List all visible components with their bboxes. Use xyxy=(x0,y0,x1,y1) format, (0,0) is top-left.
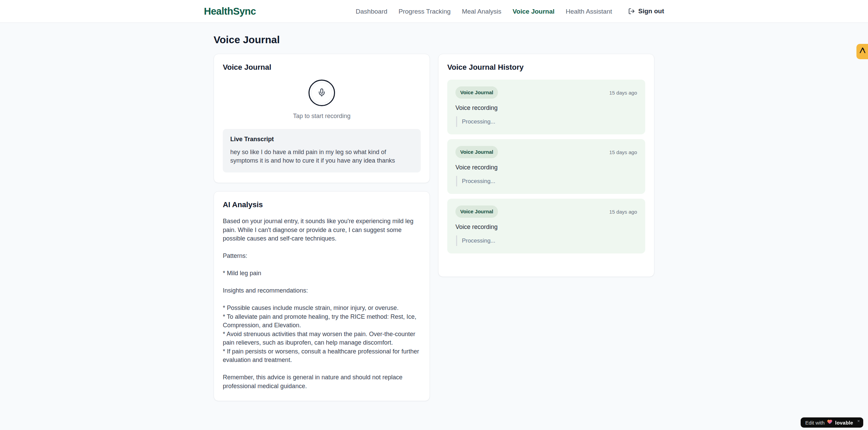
live-transcript-text: hey so like I do have a mild pain in my … xyxy=(230,148,413,165)
tap-to-record-hint: Tap to start recording xyxy=(223,112,421,120)
microphone-icon xyxy=(317,88,326,98)
ai-analysis-card: AI Analysis Based on your journal entry,… xyxy=(214,191,430,401)
lovable-brand-label: lovable xyxy=(835,418,853,427)
entry-type-badge: Voice Journal xyxy=(455,146,498,158)
primary-nav: Dashboard Progress Tracking Meal Analysi… xyxy=(356,7,664,16)
history-entry[interactable]: Voice Journal 15 days ago Voice recordin… xyxy=(447,80,645,134)
entry-timestamp: 15 days ago xyxy=(609,208,637,216)
entry-timestamp: 15 days ago xyxy=(609,88,637,97)
top-nav: HealthSync Dashboard Progress Tracking M… xyxy=(0,0,868,23)
nav-dashboard[interactable]: Dashboard xyxy=(356,7,387,16)
entry-type-badge: Voice Journal xyxy=(455,205,498,218)
recorder-card-title: Voice Journal xyxy=(223,63,421,71)
entry-timestamp: 15 days ago xyxy=(609,148,637,156)
nav-voice-journal[interactable]: Voice Journal xyxy=(513,7,554,16)
entry-status: Processing... xyxy=(456,116,637,127)
sign-out-label: Sign out xyxy=(638,7,664,15)
history-entry[interactable]: Voice Journal 15 days ago Voice recordin… xyxy=(447,199,645,253)
nav-health-assistant[interactable]: Health Assistant xyxy=(566,7,612,16)
record-button[interactable] xyxy=(308,80,335,106)
lovable-badge[interactable]: Edit with lovable × xyxy=(801,417,863,428)
app-logo[interactable]: HealthSync xyxy=(204,7,256,16)
nav-meal-analysis[interactable]: Meal Analysis xyxy=(462,7,501,16)
sign-out-button[interactable]: Sign out xyxy=(628,7,664,15)
entry-title: Voice recording xyxy=(455,223,637,231)
recorder-card: Voice Journal Tap to start recording Liv… xyxy=(214,54,430,183)
live-transcript-title: Live Transcript xyxy=(230,135,413,144)
close-icon[interactable]: × xyxy=(857,417,860,425)
entry-status: Processing... xyxy=(456,176,637,186)
entry-title: Voice recording xyxy=(455,163,637,172)
live-transcript-panel: Live Transcript hey so like I do have a … xyxy=(223,129,421,172)
lovable-prefix-label: Edit with xyxy=(805,418,825,427)
entry-type-badge: Voice Journal xyxy=(455,86,498,99)
sign-out-icon xyxy=(628,8,635,15)
ai-analysis-text: Based on your journal entry, it sounds l… xyxy=(223,217,421,391)
history-entry[interactable]: Voice Journal 15 days ago Voice recordin… xyxy=(447,139,645,194)
nav-progress-tracking[interactable]: Progress Tracking xyxy=(399,7,451,16)
entry-title: Voice recording xyxy=(455,104,637,112)
entry-status: Processing... xyxy=(456,235,637,246)
page-title: Voice Journal xyxy=(214,35,654,44)
feedback-side-badge[interactable] xyxy=(856,44,868,59)
history-card-title: Voice Journal History xyxy=(447,63,645,71)
history-card: Voice Journal History Voice Journal 15 d… xyxy=(438,54,654,277)
caret-a-logo-icon xyxy=(858,46,867,57)
heart-icon xyxy=(827,418,833,427)
ai-analysis-title: AI Analysis xyxy=(223,200,421,209)
